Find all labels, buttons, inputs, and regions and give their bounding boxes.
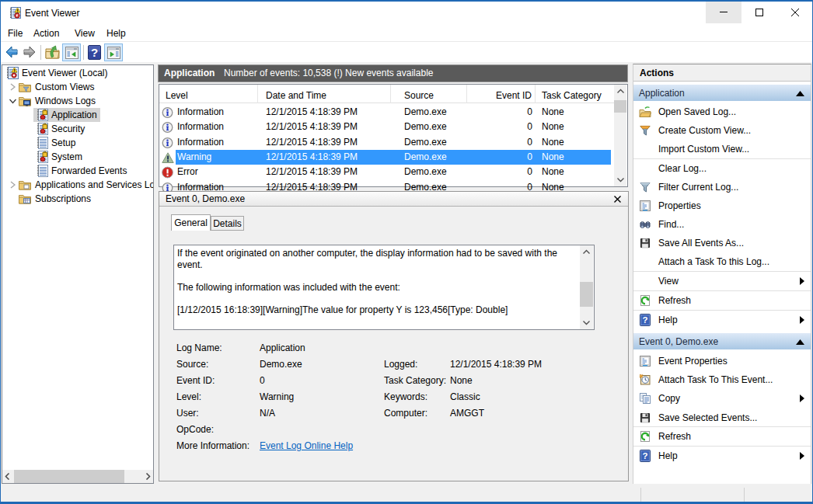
svg-text:?: ? [91,46,98,59]
